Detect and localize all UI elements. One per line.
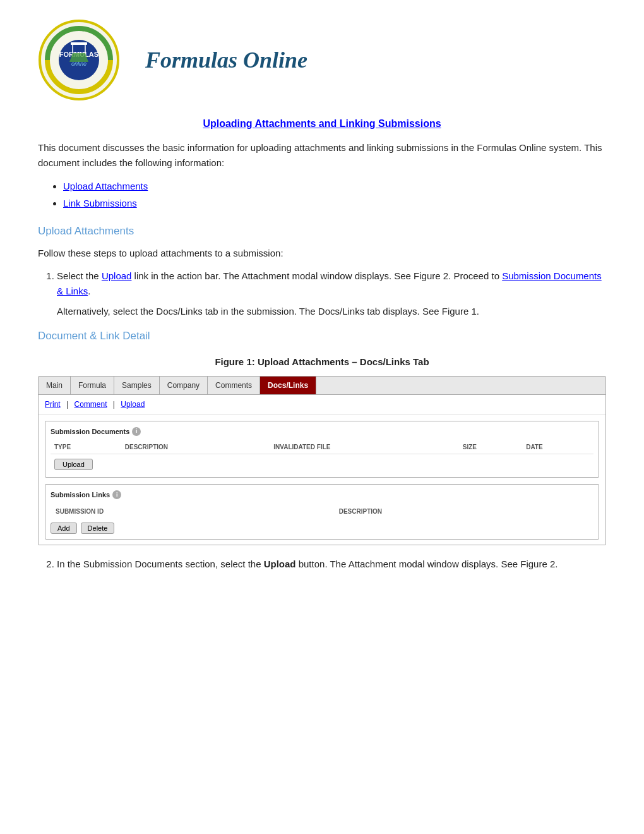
print-link[interactable]: Print [45, 400, 61, 409]
upload-link[interactable]: Upload [102, 270, 132, 281]
tab-formula[interactable]: Formula [71, 377, 114, 394]
col-size: Size [459, 440, 522, 454]
steps-list-2: In the Submission Documents section, sel… [57, 557, 606, 572]
comment-link[interactable]: Comment [75, 400, 107, 409]
step1-text-after: link in the action bar. The Attachment m… [131, 270, 502, 281]
toc-item-link: Link Submissions [63, 196, 606, 211]
submission-docs-table: Type Description Invalidated File Size D… [51, 440, 593, 472]
toc-list: Upload Attachments Link Submissions [63, 179, 606, 210]
col-submission-id: Submission ID [52, 505, 334, 517]
steps-list: Select the Upload link in the action bar… [57, 269, 606, 319]
figure1-caption: Figure 1: Upload Attachments – Docs/Link… [38, 355, 606, 370]
delete-button[interactable]: Delete [81, 523, 115, 534]
figure1: Figure 1: Upload Attachments – Docs/Link… [38, 355, 606, 545]
col-links-description: Description [335, 505, 592, 517]
docs-table-header-row: Type Description Invalidated File Size D… [51, 440, 593, 454]
step2-bold: Upload [264, 559, 296, 569]
action-bar: Print | Comment | Upload [39, 395, 605, 414]
tab-samples[interactable]: Samples [114, 377, 160, 394]
tab-comments[interactable]: Comments [208, 377, 260, 394]
upload-btn-cell: Upload [51, 454, 593, 473]
submission-links-section: Submission Links i Submission ID Descrip… [45, 484, 599, 540]
links-table-header-row: Submission ID Description [52, 505, 592, 517]
col-type: Type [51, 440, 121, 454]
intro-text: This document discusses the basic inform… [38, 140, 606, 171]
add-button[interactable]: Add [51, 523, 77, 534]
submission-links-info-icon: i [112, 490, 121, 499]
svg-rect-5 [71, 42, 87, 45]
submission-docs-section: Submission Documents i Type Description … [45, 421, 599, 478]
step-2: In the Submission Documents section, sel… [57, 557, 606, 572]
steps-intro: Follow these steps to upload attachments… [38, 246, 606, 261]
upload-action-link[interactable]: Upload [121, 400, 145, 409]
toc-item-upload: Upload Attachments [63, 179, 606, 194]
tab-bar: Main Formula Samples Company Comments Do… [39, 377, 605, 395]
sep1: | [66, 400, 68, 409]
col-invalidated-file: Invalidated File [270, 440, 459, 454]
toc-link-upload[interactable]: Upload Attachments [63, 181, 148, 191]
svg-marker-6 [69, 53, 88, 62]
page-title: Formulas Online [145, 43, 307, 77]
doc-link-heading: Document & Link Detail [38, 328, 606, 344]
upload-button[interactable]: Upload [54, 459, 93, 470]
step2-text-before: In the Submission Documents section, sel… [57, 559, 264, 569]
step1-text-before: Select the [57, 270, 102, 281]
section-title-container: Uploading Attachments and Linking Submis… [38, 116, 606, 131]
toc-link-link[interactable]: Link Submissions [63, 198, 137, 208]
docs-table-upload-row: Upload [51, 454, 593, 473]
submission-links-label: Submission Links i [51, 490, 593, 500]
col-description: Description [121, 440, 270, 454]
page-header: FORMULAS online Go Green · Save Money · … [38, 19, 606, 101]
step2-text-end: button. The Attachment modal window disp… [296, 559, 558, 569]
tab-docs-links[interactable]: Docs/Links [260, 377, 316, 394]
submission-docs-info-icon: i [132, 427, 141, 436]
add-delete-buttons: Add Delete [51, 523, 593, 534]
submission-links-label-text: Submission Links [51, 490, 110, 500]
col-date: Date [522, 440, 593, 454]
upload-section-heading: Upload Attachments [38, 223, 606, 239]
submission-ui-mockup: Main Formula Samples Company Comments Do… [38, 376, 606, 545]
step-1: Select the Upload link in the action bar… [57, 269, 606, 319]
tab-company[interactable]: Company [160, 377, 208, 394]
step1-sub-para: Alternatively, select the Docs/Links tab… [57, 304, 606, 319]
section-title-link[interactable]: Uploading Attachments and Linking Submis… [203, 118, 441, 129]
step1-text-end: . [88, 286, 90, 296]
submission-docs-label-text: Submission Documents [51, 426, 129, 437]
sep2: | [113, 400, 115, 409]
logo: FORMULAS online Go Green · Save Money · … [38, 19, 120, 101]
submission-links-table: Submission ID Description [51, 504, 593, 519]
submission-docs-label: Submission Documents i [51, 426, 593, 437]
tab-main[interactable]: Main [39, 377, 71, 394]
